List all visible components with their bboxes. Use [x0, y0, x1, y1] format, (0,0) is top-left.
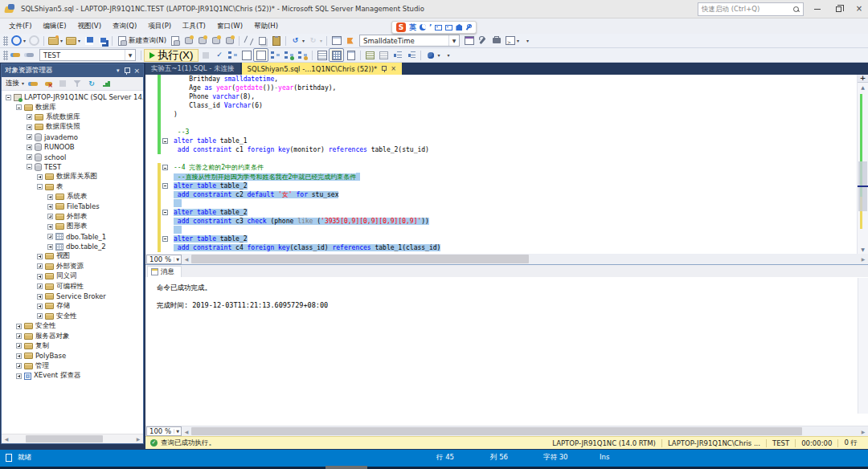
code-line[interactable] [145, 226, 857, 234]
scroll-left-icon[interactable]: ◀ [182, 426, 191, 436]
code-line[interactable]: alter table table_1 [145, 137, 857, 145]
punctuation-icon[interactable]: ’ [429, 23, 432, 31]
ime-language-indicator[interactable]: 英 [409, 22, 416, 33]
database-combo[interactable]: TEST▼ [39, 49, 136, 61]
xevent-session-button[interactable] [223, 35, 236, 47]
menu-项目P[interactable]: 项目(P) [142, 19, 177, 34]
expand-icon[interactable] [16, 373, 22, 379]
ime-settings-wrench-icon[interactable] [465, 24, 472, 31]
tree-item--[interactable]: 外部表 [2, 212, 143, 222]
tree-item-xevent-[interactable]: XEvent 探查器 [2, 371, 143, 381]
analysis-dmx-query-button[interactable] [195, 35, 209, 47]
new-project-button[interactable]: ▾ [47, 35, 64, 47]
expand-icon[interactable] [16, 333, 22, 339]
tree-item-school[interactable]: school [2, 152, 143, 161]
scroll-right-icon[interactable]: ▶ [858, 254, 868, 264]
increase-indent-button[interactable] [404, 49, 418, 61]
sql-editor-window-button[interactable] [462, 35, 476, 47]
parse-query-button[interactable]: ✓ [212, 49, 226, 61]
expand-icon[interactable] [37, 313, 43, 319]
menu-编辑E[interactable]: 编辑(E) [38, 19, 72, 34]
toolbar-options-button[interactable]: ▾ [521, 35, 534, 47]
collapse-region-icon[interactable] [162, 236, 168, 242]
collapse-icon[interactable] [27, 164, 32, 169]
close-tab-icon[interactable]: × [391, 65, 396, 72]
tree-item--[interactable]: 数据库关系图 [2, 172, 143, 181]
quick-launch-search[interactable]: 快速启动 (Ctrl+Q) [698, 2, 804, 16]
expand-icon[interactable] [37, 274, 43, 279]
tree-item-runoob[interactable]: RUNOOB [2, 142, 143, 152]
expand-icon[interactable] [27, 124, 32, 130]
tree-item--[interactable]: 安全性 [2, 312, 143, 321]
tree-item--[interactable]: 视图 [2, 251, 143, 261]
change-connection-button[interactable] [10, 49, 23, 61]
expand-icon[interactable] [47, 244, 53, 250]
expand-icon[interactable] [47, 214, 53, 219]
comment-selection-button[interactable] [363, 49, 377, 61]
change-database-button[interactable] [23, 49, 37, 61]
tree-item-service-broker[interactable]: Service Broker [2, 292, 143, 301]
expand-icon[interactable] [16, 324, 22, 329]
scroll-right-icon[interactable]: ▶ [858, 426, 868, 436]
menu-窗口W[interactable]: 窗口(W) [211, 19, 248, 34]
tree-item--[interactable]: 管理 [2, 361, 143, 371]
expand-icon[interactable] [27, 114, 32, 120]
search-combo[interactable]: SmalldateTime▼ [359, 35, 460, 47]
tree-item--[interactable]: 系统数据库 [2, 112, 143, 122]
tree-item--[interactable]: 复制 [2, 341, 143, 351]
expand-icon[interactable] [27, 145, 32, 150]
include-actual-plan-button[interactable] [282, 49, 296, 61]
editor-window-button[interactable] [330, 35, 343, 47]
command-window-button[interactable]: ▾ [503, 35, 521, 47]
code-line[interactable]: alter table table_2 [145, 234, 857, 243]
chevron-down-icon[interactable]: ▼ [125, 50, 135, 60]
template-parameters-button[interactable] [268, 49, 282, 61]
results-to-grid-button[interactable] [329, 48, 344, 62]
redo-button[interactable]: ↻▾ [306, 35, 324, 47]
tree-item--[interactable]: 可编程性 [2, 281, 143, 291]
tree-item--[interactable]: 数据库 [2, 102, 143, 112]
code-line[interactable]: add constraint c4 foreign key(class_id) … [145, 243, 857, 252]
pin-tab-icon[interactable] [382, 66, 387, 72]
tree-item-polybase[interactable]: PolyBase [2, 351, 143, 361]
scroll-down-icon[interactable]: ▼ [858, 246, 868, 254]
tree-item-dbo-table_1[interactable]: dbo.Table_1 [2, 231, 143, 241]
editor-zoom-combo[interactable]: 100 % ▼ [146, 255, 182, 264]
analysis-mdx-query-button[interactable] [182, 35, 195, 47]
toolbar-options-button[interactable]: ▾ [441, 49, 455, 61]
database-engine-query-button[interactable] [168, 35, 182, 47]
tab-messages[interactable]: 消息 [147, 266, 182, 277]
tree-item-dbo-table_2[interactable]: dbo.table_2 [2, 242, 143, 251]
tree-item--[interactable]: 图形表 [2, 222, 143, 231]
menu-工具T[interactable]: 工具(T) [177, 19, 211, 34]
restore-button[interactable] [828, 0, 849, 18]
collapse-region-icon[interactable] [162, 138, 168, 144]
intellisense-enabled-button[interactable] [253, 48, 268, 62]
menu-帮助H[interactable]: 帮助(H) [248, 19, 284, 34]
night-mode-icon[interactable] [420, 24, 426, 31]
expand-icon[interactable] [37, 304, 43, 309]
open-file-button[interactable]: ▾ [64, 35, 82, 47]
disconnect-button[interactable] [27, 78, 40, 89]
collapse-icon[interactable] [6, 95, 11, 100]
analysis-xmla-query-button[interactable] [209, 35, 223, 47]
chevron-down-icon[interactable]: ▼ [448, 35, 459, 46]
stop-connection-button[interactable] [42, 78, 55, 89]
expand-icon[interactable] [47, 224, 53, 230]
minimize-button[interactable] [807, 0, 828, 18]
tree-item--[interactable]: 同义词 [2, 271, 143, 281]
save-all-button[interactable] [96, 35, 109, 47]
scroll-left-icon[interactable]: ◀ [182, 254, 191, 264]
code-line[interactable]: --4 完善之前的2中的约束条件 [145, 163, 857, 172]
split-window-handle[interactable]: + [858, 75, 868, 83]
object-explorer-hscrollbar[interactable]: ◀ ▶ [2, 434, 143, 443]
code-line[interactable]: --3 [145, 128, 857, 137]
scroll-right-icon[interactable]: ▶ [133, 434, 143, 443]
menu-文件F[interactable]: 文件(F) [3, 19, 38, 34]
tree-item--[interactable]: 系统表 [2, 192, 143, 202]
tree-item--[interactable]: 数据库快照 [2, 122, 143, 132]
code-line[interactable] [145, 199, 857, 208]
tree-item--[interactable]: 存储 [2, 301, 143, 311]
code-line[interactable] [145, 119, 857, 128]
scroll-up-icon[interactable]: ▲ [858, 84, 868, 92]
